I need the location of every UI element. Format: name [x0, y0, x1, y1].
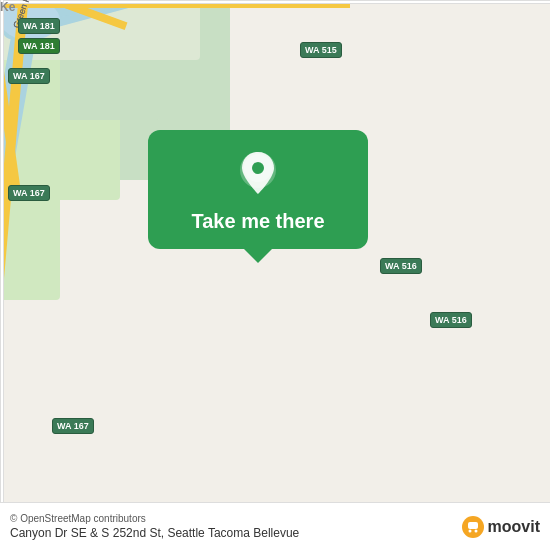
- badge-wa167-left: WA 167: [8, 68, 50, 84]
- moovit-logo: moovit: [462, 516, 540, 538]
- svg-point-4: [468, 529, 471, 532]
- badge-wa181-top: WA 181: [18, 18, 60, 34]
- info-bar: © OpenStreetMap contributors Canyon Dr S…: [0, 502, 550, 550]
- take-me-there-button[interactable]: Take me there: [191, 210, 324, 233]
- svg-point-2: [252, 162, 264, 174]
- moovit-brand-icon: [462, 516, 484, 538]
- moovit-brand-name: moovit: [488, 518, 540, 536]
- map-container: Green River Green River Ke WA 181 WA 167…: [0, 0, 550, 550]
- popup-card[interactable]: Take me there: [148, 130, 368, 249]
- location-address: Canyon Dr SE & S 252nd St, Seattle Tacom…: [10, 526, 299, 540]
- svg-point-5: [474, 529, 477, 532]
- map-attribution: © OpenStreetMap contributors: [10, 513, 299, 524]
- location-icon-wrapper: [232, 148, 284, 200]
- badge-wa516-bot: WA 516: [430, 312, 472, 328]
- badge-wa181-2: WA 181: [18, 38, 60, 54]
- location-pin-icon: [234, 148, 282, 200]
- badge-wa167-mid: WA 167: [8, 185, 50, 201]
- badge-wa167-bot: WA 167: [52, 418, 94, 434]
- kent-label: Ke: [0, 0, 15, 14]
- badge-wa515-top: WA 515: [300, 42, 342, 58]
- grid-road-h4: [0, 0, 550, 4]
- grid-road-v5: [0, 0, 4, 510]
- badge-wa516-mid: WA 516: [380, 258, 422, 274]
- svg-rect-3: [468, 522, 478, 529]
